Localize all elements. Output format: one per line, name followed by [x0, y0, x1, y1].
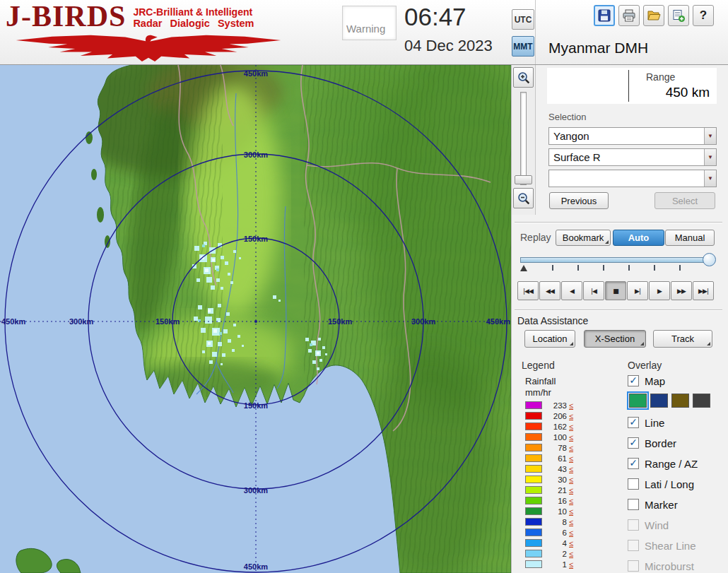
radar-map[interactable]: 450km 300km 150km 150km 300km 450km 450k… — [0, 65, 511, 573]
replay-skip-end-button[interactable]: ▶▶| — [693, 281, 714, 300]
zoom-slider-thumb[interactable] — [515, 175, 532, 184]
overlay-checkbox-lati-long[interactable] — [628, 478, 639, 490]
print-icon — [622, 8, 636, 23]
legend-swatch — [525, 423, 542, 430]
logo-title: J-BIRDS — [6, 1, 126, 31]
legend-row: 78≤ — [525, 442, 573, 453]
overlay-item-microburst: Microburst — [628, 558, 694, 573]
svg-text:450km: 450km — [244, 69, 268, 78]
map-palette-olive[interactable] — [671, 394, 689, 408]
legend-row: 162≤ — [525, 421, 573, 432]
overlay-checkbox-map[interactable] — [628, 375, 639, 386]
svg-text:300km: 300km — [244, 150, 268, 159]
track-button[interactable]: Track — [653, 330, 712, 348]
legend-subtitle-unit: mm/hr — [525, 387, 551, 398]
map-palette-gray[interactable] — [693, 394, 710, 408]
svg-text:150km: 150km — [155, 317, 180, 326]
auto-mode-button[interactable]: Auto — [613, 230, 664, 246]
legend-swatch — [525, 560, 542, 568]
legend-swatch — [525, 401, 542, 409]
legend-row: 16≤ — [525, 495, 573, 506]
overlay-title: Overlay — [628, 360, 662, 371]
legend-row: 4≤ — [525, 538, 573, 548]
timeline-tick — [679, 265, 681, 271]
add-data-button[interactable] — [668, 5, 689, 26]
replay-reverse-button[interactable]: ◀ — [561, 281, 582, 300]
range-display: Range 450 km — [547, 68, 717, 104]
replay-fast-rewind-button[interactable]: ◀◀ — [539, 281, 560, 300]
chevron-down-icon: ▼ — [704, 128, 716, 144]
print-button[interactable] — [618, 5, 640, 26]
svg-text:300km: 300km — [411, 317, 435, 326]
extra-dropdown[interactable]: ▼ — [548, 170, 717, 187]
replay-skip-start-button[interactable]: |◀◀ — [517, 281, 539, 300]
zoom-out-icon — [517, 191, 531, 206]
product-dropdown-value: Surface R — [549, 151, 704, 163]
legend-swatch — [525, 528, 542, 536]
svg-text:450km: 450km — [486, 317, 510, 326]
help-button[interactable]: ? — [693, 5, 714, 26]
zoom-in-icon — [517, 71, 531, 85]
timeline-tick — [603, 265, 604, 271]
svg-text:300km: 300km — [244, 486, 268, 495]
bookmark-button[interactable]: Bookmark — [556, 230, 611, 246]
svg-text:450km: 450km — [1, 317, 25, 326]
replay-step-forward-button[interactable]: ▶| — [627, 281, 648, 300]
divider — [515, 309, 722, 311]
site-dropdown[interactable]: Yangon ▼ — [548, 127, 717, 145]
station-title: Myanmar DMH — [548, 40, 648, 57]
site-dropdown-value: Yangon — [549, 130, 704, 142]
legend-swatch — [525, 454, 542, 462]
toolbar: ? — [594, 5, 714, 26]
timeline-track[interactable] — [520, 257, 711, 263]
legend-row: 30≤ — [525, 474, 573, 485]
divider — [515, 222, 722, 223]
overlay-checkbox-range-az[interactable] — [628, 458, 639, 469]
manual-mode-button[interactable]: Manual — [665, 230, 715, 246]
overlay-checkbox-border[interactable] — [628, 437, 639, 449]
header: J-BIRDS JRC-Brilliant & Intelligent Rada… — [0, 0, 728, 65]
product-dropdown[interactable]: Surface R ▼ — [548, 148, 717, 166]
overlay-item-line: Line — [628, 415, 664, 430]
zoom-controls — [512, 65, 536, 215]
legend-row: 61≤ — [525, 453, 573, 463]
timezone-mmt-button[interactable]: MMT — [512, 36, 534, 57]
legend-swatch — [525, 475, 542, 483]
replay-step-back-button[interactable]: |◀ — [583, 281, 604, 300]
legend-title: Legend — [522, 360, 555, 371]
logo: J-BIRDS JRC-Brilliant & Intelligent Rada… — [6, 1, 338, 64]
legend-row: 206≤ — [525, 410, 573, 421]
previous-button[interactable]: Previous — [549, 192, 609, 209]
overlay-checkbox-shear-line — [628, 540, 639, 551]
timeline-tick — [577, 265, 579, 271]
replay-fast-forward-button[interactable]: ▶▶ — [671, 281, 692, 300]
xsection-button[interactable]: X-Section — [584, 330, 646, 348]
replay-timeline — [520, 254, 715, 274]
replay-play-button[interactable]: ▶ — [649, 281, 670, 300]
data-assistance-label: Data Assistance — [517, 315, 588, 326]
map-palette-navy[interactable] — [650, 394, 668, 408]
timeline-thumb[interactable] — [703, 253, 716, 266]
open-file-button[interactable] — [643, 5, 664, 26]
timezone-utc-button[interactable]: UTC — [512, 9, 534, 30]
overlay-checkbox-line[interactable] — [628, 417, 639, 428]
replay-label: Replay — [520, 232, 551, 243]
legend-swatch — [525, 539, 542, 547]
legend-subtitle-rainfall: Rainfall — [525, 376, 556, 386]
legend-row: 21≤ — [525, 485, 573, 495]
zoom-out-button[interactable] — [513, 188, 534, 208]
location-button[interactable]: Location — [524, 330, 575, 348]
playback-controls: |◀◀ ◀◀ ◀ |◀ ■ ▶| ▶ ▶▶ ▶▶| — [517, 281, 714, 300]
selection-label: Selection — [548, 112, 586, 122]
save-button[interactable] — [594, 5, 615, 26]
legend-row: 43≤ — [525, 463, 573, 474]
zoom-slider-track[interactable] — [520, 92, 527, 185]
chevron-down-icon: ▼ — [704, 170, 716, 187]
legend-row: 6≤ — [525, 527, 573, 538]
zoom-in-button[interactable] — [513, 67, 534, 88]
overlay-item-wind: Wind — [628, 517, 669, 533]
map-palette-green[interactable] — [629, 394, 647, 408]
overlay-checkbox-marker[interactable] — [628, 499, 639, 510]
logo-subtitle-2: Radar Dialogic System — [133, 18, 254, 30]
replay-stop-button[interactable]: ■ — [605, 281, 626, 300]
